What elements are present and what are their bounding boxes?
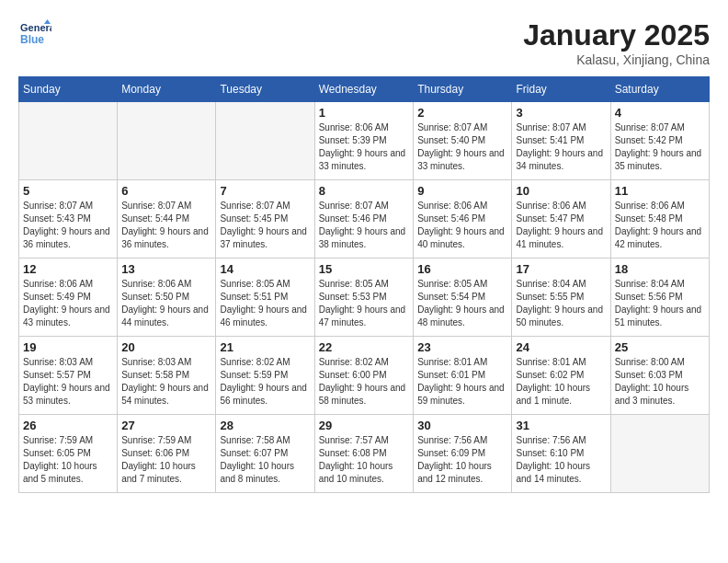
svg-text:Blue: Blue (20, 33, 44, 46)
day-number: 30 (417, 419, 507, 432)
calendar-cell: 5Sunrise: 8:07 AM Sunset: 5:43 PM Daylig… (19, 180, 118, 259)
calendar-cell: 16Sunrise: 8:05 AM Sunset: 5:54 PM Dayli… (414, 259, 512, 337)
day-number: 14 (220, 262, 310, 276)
calendar-cell: 7Sunrise: 8:07 AM Sunset: 5:45 PM Daylig… (216, 180, 314, 259)
day-number: 1 (319, 106, 410, 120)
calendar-cell: 14Sunrise: 8:05 AM Sunset: 5:51 PM Dayli… (216, 259, 314, 337)
day-info: Sunrise: 8:01 AM Sunset: 6:02 PM Dayligh… (516, 356, 606, 408)
calendar-cell (19, 102, 118, 180)
day-number: 3 (516, 106, 606, 120)
day-info: Sunrise: 8:07 AM Sunset: 5:42 PM Dayligh… (615, 121, 705, 173)
calendar-cell: 17Sunrise: 8:04 AM Sunset: 5:55 PM Dayli… (512, 259, 610, 337)
calendar-cell: 26Sunrise: 7:59 AM Sunset: 6:05 PM Dayli… (19, 415, 118, 493)
day-info: Sunrise: 8:06 AM Sunset: 5:47 PM Dayligh… (516, 200, 606, 251)
location-subtitle: Kalasu, Xinjiang, China (523, 52, 710, 67)
day-number: 25 (615, 340, 705, 354)
calendar-cell: 11Sunrise: 8:06 AM Sunset: 5:48 PM Dayli… (610, 180, 709, 259)
calendar-cell: 22Sunrise: 8:02 AM Sunset: 6:00 PM Dayli… (314, 337, 414, 415)
day-number: 19 (23, 340, 113, 354)
day-info: Sunrise: 8:05 AM Sunset: 5:51 PM Dayligh… (220, 278, 310, 329)
day-number: 22 (319, 340, 410, 354)
day-info: Sunrise: 8:03 AM Sunset: 5:57 PM Dayligh… (23, 356, 113, 408)
day-number: 21 (220, 340, 310, 354)
day-number: 24 (516, 340, 606, 354)
day-info: Sunrise: 8:07 AM Sunset: 5:44 PM Dayligh… (121, 200, 211, 251)
day-number: 18 (615, 262, 705, 276)
day-info: Sunrise: 8:04 AM Sunset: 5:55 PM Dayligh… (516, 278, 606, 329)
weekday-header-friday: Friday (512, 77, 610, 102)
logo: General Blue (18, 18, 57, 52)
day-number: 11 (615, 184, 705, 198)
calendar-cell: 18Sunrise: 8:04 AM Sunset: 5:56 PM Dayli… (610, 259, 709, 337)
day-info: Sunrise: 8:07 AM Sunset: 5:45 PM Dayligh… (220, 200, 310, 251)
week-row-3: 12Sunrise: 8:06 AM Sunset: 5:49 PM Dayli… (19, 259, 710, 337)
calendar-cell: 10Sunrise: 8:06 AM Sunset: 5:47 PM Dayli… (512, 180, 610, 259)
day-number: 23 (417, 340, 507, 354)
calendar-cell: 19Sunrise: 8:03 AM Sunset: 5:57 PM Dayli… (19, 337, 118, 415)
day-number: 29 (319, 419, 410, 432)
title-area: January 2025 Kalasu, Xinjiang, China (523, 18, 710, 67)
month-title: January 2025 (523, 18, 710, 52)
weekday-header-monday: Monday (118, 77, 216, 102)
calendar-cell: 20Sunrise: 8:03 AM Sunset: 5:58 PM Dayli… (118, 337, 216, 415)
calendar-cell (216, 102, 314, 180)
day-number: 2 (417, 106, 507, 120)
day-number: 5 (23, 184, 113, 198)
day-info: Sunrise: 7:58 AM Sunset: 6:07 PM Dayligh… (220, 434, 310, 486)
calendar-cell: 9Sunrise: 8:06 AM Sunset: 5:46 PM Daylig… (414, 180, 512, 259)
calendar-cell: 24Sunrise: 8:01 AM Sunset: 6:02 PM Dayli… (512, 337, 610, 415)
calendar-cell (610, 415, 709, 493)
calendar-cell: 3Sunrise: 8:07 AM Sunset: 5:41 PM Daylig… (512, 102, 610, 180)
calendar-cell: 15Sunrise: 8:05 AM Sunset: 5:53 PM Dayli… (314, 259, 414, 337)
day-info: Sunrise: 8:02 AM Sunset: 6:00 PM Dayligh… (319, 356, 410, 408)
day-number: 6 (121, 184, 211, 198)
day-number: 20 (121, 340, 211, 354)
calendar-cell: 4Sunrise: 8:07 AM Sunset: 5:42 PM Daylig… (610, 102, 709, 180)
calendar-cell: 12Sunrise: 8:06 AM Sunset: 5:49 PM Dayli… (19, 259, 118, 337)
day-number: 27 (121, 419, 211, 432)
page-header: General Blue January 2025 Kalasu, Xinjia… (18, 18, 710, 67)
day-number: 8 (319, 184, 410, 198)
day-info: Sunrise: 7:57 AM Sunset: 6:08 PM Dayligh… (319, 434, 410, 486)
day-number: 28 (220, 419, 310, 432)
day-info: Sunrise: 8:07 AM Sunset: 5:41 PM Dayligh… (516, 121, 606, 173)
calendar-cell: 2Sunrise: 8:07 AM Sunset: 5:40 PM Daylig… (414, 102, 512, 180)
day-info: Sunrise: 8:00 AM Sunset: 6:03 PM Dayligh… (615, 356, 705, 408)
day-info: Sunrise: 8:07 AM Sunset: 5:40 PM Dayligh… (417, 121, 507, 173)
day-info: Sunrise: 8:07 AM Sunset: 5:43 PM Dayligh… (23, 200, 113, 251)
calendar-cell: 23Sunrise: 8:01 AM Sunset: 6:01 PM Dayli… (414, 337, 512, 415)
day-number: 17 (516, 262, 606, 276)
day-number: 13 (121, 262, 211, 276)
weekday-header-sunday: Sunday (19, 77, 118, 102)
calendar-cell: 29Sunrise: 7:57 AM Sunset: 6:08 PM Dayli… (314, 415, 414, 493)
day-number: 7 (220, 184, 310, 198)
day-number: 16 (417, 262, 507, 276)
day-info: Sunrise: 8:02 AM Sunset: 5:59 PM Dayligh… (220, 356, 310, 408)
calendar-cell: 13Sunrise: 8:06 AM Sunset: 5:50 PM Dayli… (118, 259, 216, 337)
day-number: 9 (417, 184, 507, 198)
calendar-cell (118, 102, 216, 180)
logo-svg: General Blue (18, 18, 51, 52)
day-info: Sunrise: 8:03 AM Sunset: 5:58 PM Dayligh… (121, 356, 211, 408)
calendar-cell: 21Sunrise: 8:02 AM Sunset: 5:59 PM Dayli… (216, 337, 314, 415)
weekday-header-thursday: Thursday (414, 77, 512, 102)
week-row-1: 1Sunrise: 8:06 AM Sunset: 5:39 PM Daylig… (19, 102, 710, 180)
day-number: 10 (516, 184, 606, 198)
calendar-cell: 30Sunrise: 7:56 AM Sunset: 6:09 PM Dayli… (414, 415, 512, 493)
day-info: Sunrise: 8:05 AM Sunset: 5:53 PM Dayligh… (319, 278, 410, 329)
day-number: 12 (23, 262, 113, 276)
day-number: 4 (615, 106, 705, 120)
day-info: Sunrise: 8:06 AM Sunset: 5:48 PM Dayligh… (615, 200, 705, 251)
day-info: Sunrise: 8:05 AM Sunset: 5:54 PM Dayligh… (417, 278, 507, 329)
day-info: Sunrise: 8:07 AM Sunset: 5:46 PM Dayligh… (319, 200, 410, 251)
day-info: Sunrise: 8:06 AM Sunset: 5:46 PM Dayligh… (417, 200, 507, 251)
calendar-cell: 1Sunrise: 8:06 AM Sunset: 5:39 PM Daylig… (314, 102, 414, 180)
weekday-header-row: SundayMondayTuesdayWednesdayThursdayFrid… (19, 77, 710, 102)
day-info: Sunrise: 8:04 AM Sunset: 5:56 PM Dayligh… (615, 278, 705, 329)
day-number: 31 (516, 419, 606, 432)
calendar-cell: 8Sunrise: 8:07 AM Sunset: 5:46 PM Daylig… (314, 180, 414, 259)
week-row-5: 26Sunrise: 7:59 AM Sunset: 6:05 PM Dayli… (19, 415, 710, 493)
calendar-cell: 27Sunrise: 7:59 AM Sunset: 6:06 PM Dayli… (118, 415, 216, 493)
day-number: 26 (23, 419, 113, 432)
day-info: Sunrise: 7:59 AM Sunset: 6:06 PM Dayligh… (121, 434, 211, 486)
